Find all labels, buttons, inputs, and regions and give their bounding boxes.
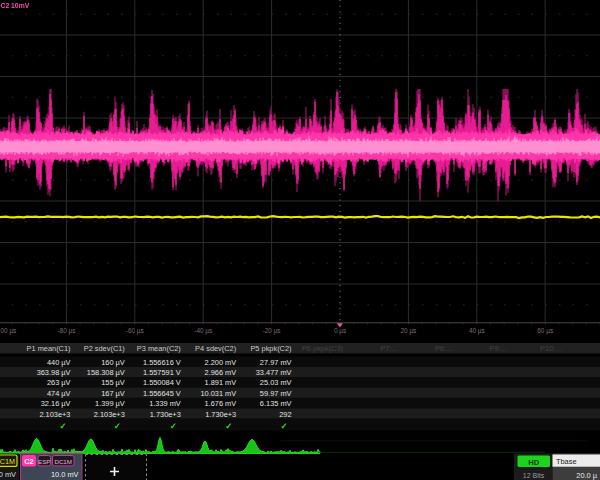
svg-text:160 µV: 160 µV <box>101 358 125 367</box>
svg-text:P10:...: P10:... <box>540 344 561 353</box>
svg-text:2.103e+3: 2.103e+3 <box>39 410 70 419</box>
svg-text:440 µV: 440 µV <box>47 358 71 367</box>
svg-text:158.308 µV: 158.308 µV <box>87 368 125 377</box>
svg-text:1.676 mV: 1.676 mV <box>205 399 237 408</box>
svg-text:-60 µs: -60 µs <box>126 327 144 335</box>
svg-text:-80 µs: -80 µs <box>57 327 75 335</box>
svg-text:12 Bits: 12 Bits <box>523 472 545 479</box>
svg-text:20.0 µ: 20.0 µ <box>576 471 597 480</box>
svg-text:P8:...: P8:... <box>435 344 452 353</box>
svg-text:2.200 mV: 2.200 mV <box>205 358 237 367</box>
svg-text:1.339 mV: 1.339 mV <box>149 399 181 408</box>
svg-text:-20 µs: -20 µs <box>263 327 281 335</box>
svg-text:363.98 µV: 363.98 µV <box>37 368 71 377</box>
svg-text:1.730e+3: 1.730e+3 <box>205 410 236 419</box>
svg-text:6.135 mV: 6.135 mV <box>260 399 292 408</box>
svg-text:HD: HD <box>528 458 539 467</box>
svg-text:DC1M: DC1M <box>54 458 72 465</box>
svg-text:C2 10mV: C2 10mV <box>1 2 30 9</box>
svg-text:10.0 mV: 10.0 mV <box>51 470 79 479</box>
svg-text:ESP: ESP <box>38 458 50 465</box>
svg-text:DC1M: DC1M <box>0 457 15 466</box>
svg-text:60 µs: 60 µs <box>537 327 553 335</box>
svg-text:155 µV: 155 µV <box>101 378 125 387</box>
svg-text:1.556645 V: 1.556645 V <box>143 389 181 398</box>
svg-text:P6 pkpk(C3): P6 pkpk(C3) <box>302 344 343 353</box>
svg-text:1.399 µV: 1.399 µV <box>95 399 125 408</box>
svg-text:263 µV: 263 µV <box>47 378 71 387</box>
svg-text:33.477 mV: 33.477 mV <box>256 368 292 377</box>
svg-text:1.557591 V: 1.557591 V <box>143 368 181 377</box>
svg-text:P4 sdev(C2): P4 sdev(C2) <box>195 344 236 353</box>
svg-text:474 µV: 474 µV <box>47 389 71 398</box>
svg-text:✓: ✓ <box>114 421 121 431</box>
svg-text:✓: ✓ <box>280 421 287 431</box>
svg-text:P9:...: P9:... <box>490 344 507 353</box>
svg-text:20 µs: 20 µs <box>401 327 417 335</box>
svg-text:40 µs: 40 µs <box>469 327 485 335</box>
svg-text:P5 pkpk(C2): P5 pkpk(C2) <box>250 344 291 353</box>
svg-text:0 µs: 0 µs <box>334 327 346 335</box>
svg-text:✓: ✓ <box>59 421 66 431</box>
svg-text:P3 mean(C2): P3 mean(C2) <box>137 344 181 353</box>
svg-text:-40 µs: -40 µs <box>194 327 212 335</box>
svg-text:✓: ✓ <box>170 421 177 431</box>
svg-text:2.103e+3: 2.103e+3 <box>94 410 125 419</box>
svg-text:Tbase: Tbase <box>556 457 577 466</box>
svg-text:27.97 mV: 27.97 mV <box>260 358 292 367</box>
svg-text:32.16 µV: 32.16 µV <box>41 399 71 408</box>
svg-text:P2 sdev(C1): P2 sdev(C1) <box>84 344 125 353</box>
svg-text:P7:...: P7:... <box>380 344 397 353</box>
svg-text:25.03 mV: 25.03 mV <box>260 378 292 387</box>
svg-text:1.730e+3: 1.730e+3 <box>150 410 181 419</box>
svg-text:1.891 mV: 1.891 mV <box>205 378 237 387</box>
svg-text:00 µs: 00 µs <box>1 327 17 335</box>
svg-text:59.97 mV: 59.97 mV <box>260 389 292 398</box>
svg-text:2.966 mV: 2.966 mV <box>205 368 237 377</box>
svg-text:C2: C2 <box>24 457 33 466</box>
svg-text:P1 mean(C1): P1 mean(C1) <box>27 344 71 353</box>
svg-text:1.550084 V: 1.550084 V <box>143 378 181 387</box>
svg-text:1.556616 V: 1.556616 V <box>143 358 181 367</box>
svg-text:✓: ✓ <box>225 421 232 431</box>
svg-text:10.031 mV: 10.031 mV <box>200 389 236 398</box>
svg-text:167 µV: 167 µV <box>101 389 125 398</box>
svg-text:0.0 mV: 0.0 mV <box>0 470 16 479</box>
svg-text:292: 292 <box>279 410 291 419</box>
